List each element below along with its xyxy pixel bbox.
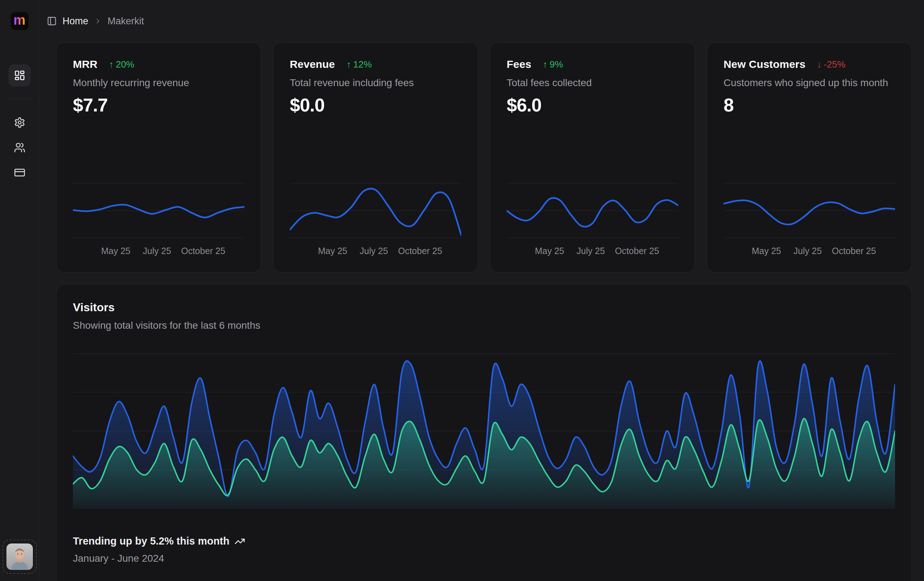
x-tick: May 25 xyxy=(752,246,781,256)
card-value: $7.7 xyxy=(73,94,244,116)
card-title: New Customers xyxy=(724,58,805,70)
trend-badge: ↑ 12% xyxy=(346,59,371,70)
visitors-card: Visitors Showing total visitors for the … xyxy=(56,284,912,581)
x-tick: October 25 xyxy=(398,246,442,256)
stat-card-new-customers: New Customers ↓ -25% Customers who signe… xyxy=(707,42,912,272)
layout-dashboard-icon xyxy=(14,70,25,81)
visitors-footer-secondary: January - June 2024 xyxy=(73,553,895,564)
card-value: 8 xyxy=(724,94,895,116)
x-tick: May 25 xyxy=(318,246,347,256)
card-title: Fees xyxy=(507,58,531,70)
x-tick: May 25 xyxy=(535,246,564,256)
trend-value: 20% xyxy=(116,59,134,70)
app-logo[interactable]: m xyxy=(11,12,28,30)
trend-badge: ↓ -25% xyxy=(817,59,845,70)
user-menu xyxy=(3,540,37,574)
visitors-subtitle: Showing total visitors for the last 6 mo… xyxy=(73,320,895,331)
credit-card-icon xyxy=(14,167,25,178)
sidebar-divider xyxy=(7,99,33,99)
x-axis-labels: May 25 July 25 October 25 xyxy=(507,246,678,261)
stat-cards-row: MRR ↑ 20% Monthly recurring revenue $7.7… xyxy=(40,42,924,272)
trending-up-icon xyxy=(234,536,245,547)
breadcrumb: Home Makerkit xyxy=(63,16,144,27)
sparkline-chart: May 25 July 25 October 25 xyxy=(290,181,461,272)
arrow-up-icon: ↑ xyxy=(543,59,548,70)
breadcrumb-current: Makerkit xyxy=(107,16,144,27)
settings-icon xyxy=(14,117,25,128)
x-axis-labels: May 25 July 25 October 25 xyxy=(73,246,244,261)
arrow-up-icon: ↑ xyxy=(109,59,114,70)
card-subtitle: Monthly recurring revenue xyxy=(73,76,244,89)
trend-value: -25% xyxy=(823,59,845,70)
avatar-button[interactable] xyxy=(3,540,37,574)
x-tick: May 25 xyxy=(101,246,130,256)
x-axis-labels: May 25 July 25 October 25 xyxy=(724,246,895,261)
sidebar-item-dashboard[interactable] xyxy=(8,64,31,86)
x-tick: July 25 xyxy=(577,246,605,256)
trend-badge: ↑ 9% xyxy=(543,59,563,70)
x-tick: July 25 xyxy=(360,246,388,256)
card-title: MRR xyxy=(73,58,97,70)
visitors-area-chart[interactable] xyxy=(73,353,895,509)
sidebar-item-billing[interactable] xyxy=(11,164,28,181)
sparkline-chart: May 25 July 25 October 25 xyxy=(73,181,244,272)
card-subtitle: Customers who signed up this month xyxy=(724,76,895,89)
trend-badge: ↑ 20% xyxy=(109,59,134,70)
card-subtitle: Total fees collected xyxy=(507,76,678,89)
topbar: Home Makerkit xyxy=(40,0,924,42)
x-axis-labels: May 25 July 25 October 25 xyxy=(290,246,461,261)
x-tick: July 25 xyxy=(794,246,822,256)
sparkline-chart: May 25 July 25 October 25 xyxy=(507,181,678,272)
card-value: $6.0 xyxy=(507,94,678,116)
arrow-down-icon: ↓ xyxy=(817,59,822,70)
card-subtitle: Total revenue including fees xyxy=(290,76,461,89)
users-icon xyxy=(14,142,25,153)
panel-left-icon xyxy=(47,16,57,26)
sparkline-chart: May 25 July 25 October 25 xyxy=(724,181,895,272)
visitors-title: Visitors xyxy=(73,301,895,314)
chevron-right-icon xyxy=(94,17,102,25)
visitors-footer: Trending up by 5.2% this month January -… xyxy=(73,535,895,564)
sidebar-toggle-button[interactable] xyxy=(44,13,60,29)
x-tick: October 25 xyxy=(832,246,876,256)
stat-card-fees: Fees ↑ 9% Total fees collected $6.0 May … xyxy=(490,42,695,272)
main-content: Home Makerkit MRR ↑ 20% Monthly recurrin… xyxy=(40,0,924,581)
stat-card-mrr: MRR ↑ 20% Monthly recurring revenue $7.7… xyxy=(56,42,261,272)
stat-card-revenue: Revenue ↑ 12% Total revenue including fe… xyxy=(273,42,478,272)
sidebar-item-settings[interactable] xyxy=(11,114,28,131)
card-value: $0.0 xyxy=(290,94,461,116)
breadcrumb-home-link[interactable]: Home xyxy=(63,16,88,27)
x-tick: October 25 xyxy=(615,246,659,256)
sidebar: m xyxy=(0,0,39,581)
card-title: Revenue xyxy=(290,58,335,70)
x-tick: October 25 xyxy=(181,246,226,256)
app-logo-letter: m xyxy=(13,13,26,27)
sidebar-item-members[interactable] xyxy=(11,139,28,156)
x-tick: July 25 xyxy=(143,246,171,256)
avatar xyxy=(7,543,33,570)
arrow-up-icon: ↑ xyxy=(346,59,351,70)
trend-value: 12% xyxy=(353,59,371,70)
visitors-footer-primary: Trending up by 5.2% this month xyxy=(73,535,229,547)
trend-value: 9% xyxy=(549,59,563,70)
